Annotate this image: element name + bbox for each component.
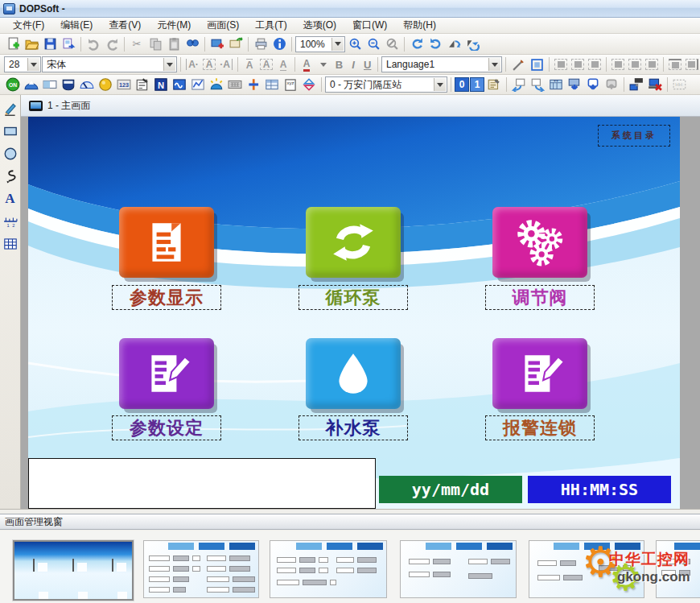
align-top-icon[interactable] xyxy=(610,56,626,72)
time-display[interactable]: HH:MM:SS xyxy=(528,476,671,503)
title-bar[interactable]: DOPSoft - xyxy=(0,0,700,18)
font-color-icon[interactable]: A xyxy=(299,56,315,72)
recipe-table-icon[interactable] xyxy=(263,76,281,93)
pc-connect-icon[interactable] xyxy=(628,76,645,93)
new-icon[interactable] xyxy=(4,35,22,53)
cut-icon[interactable]: ✂ xyxy=(128,35,146,53)
system-menu-button[interactable]: 系统目录 xyxy=(598,125,670,147)
numeric-display-icon[interactable]: 123 xyxy=(115,76,133,93)
text-list-icon[interactable]: xyz xyxy=(282,76,299,93)
zoom-out-icon[interactable] xyxy=(364,35,382,53)
export-image-icon[interactable] xyxy=(60,35,77,53)
import-screen-icon[interactable] xyxy=(227,35,245,53)
state-1-button[interactable]: 1 xyxy=(470,77,484,92)
dropdown-arrow-icon[interactable] xyxy=(434,78,446,91)
save-icon[interactable] xyxy=(41,35,59,53)
open-icon[interactable] xyxy=(23,35,40,53)
underline-icon[interactable]: U xyxy=(360,59,374,71)
frame-icon[interactable] xyxy=(528,56,546,73)
set-value-icon[interactable] xyxy=(41,76,59,93)
trend-graph-icon[interactable] xyxy=(171,76,188,93)
align-text-bottom-icon[interactable]: A xyxy=(275,56,291,72)
thumbnail-strip[interactable] xyxy=(0,531,700,603)
menu-element[interactable]: 元件(M) xyxy=(149,17,199,34)
align-text-left-icon[interactable]: A· xyxy=(184,56,200,72)
pc-disconnect-icon[interactable] xyxy=(646,76,664,93)
align-text-top-icon[interactable]: A xyxy=(241,56,257,72)
button-tile-alarm-interlock[interactable] xyxy=(492,338,587,409)
momentary-button-icon[interactable] xyxy=(23,76,40,93)
keypad-icon[interactable] xyxy=(226,76,244,93)
xy-curve-icon[interactable] xyxy=(189,76,207,93)
menu-tools[interactable]: 工具(T) xyxy=(247,17,294,34)
button-tile-param-display[interactable] xyxy=(119,207,214,278)
alarm-icon[interactable] xyxy=(208,76,225,93)
dropdown-arrow-icon[interactable] xyxy=(163,58,175,71)
align-center-h-icon[interactable] xyxy=(570,56,586,72)
download-all-icon[interactable] xyxy=(584,76,602,93)
screen-setup-icon[interactable]: ++ xyxy=(547,76,565,93)
hmi-label-alarm-interlock[interactable]: 报警连锁 xyxy=(485,415,595,440)
flip-horizontal-icon[interactable] xyxy=(445,35,463,53)
screen-thumbnail-4[interactable] xyxy=(400,540,517,598)
zoom-combobox[interactable]: 100% xyxy=(295,36,345,52)
indicator-lamp-icon[interactable] xyxy=(97,76,114,93)
button-tile-circulation-pump[interactable] xyxy=(306,207,401,278)
station-combobox[interactable]: 0 - 万安门隔压站 xyxy=(325,76,447,93)
pencil-icon[interactable] xyxy=(2,100,19,118)
blank-display-rect[interactable] xyxy=(28,458,376,509)
screen-thumbnail-6[interactable] xyxy=(656,540,700,598)
print-icon[interactable] xyxy=(252,35,270,53)
align-text-middle-icon[interactable]: A xyxy=(258,56,274,72)
button-tile-control-valve[interactable] xyxy=(492,207,587,278)
make-same-size-icon[interactable] xyxy=(667,56,683,72)
screen-thumbnail-2[interactable] xyxy=(143,540,259,598)
bold-icon[interactable]: B xyxy=(332,59,346,71)
menu-help[interactable]: 帮助(H) xyxy=(395,17,444,34)
editor-canvas[interactable]: 1 - 主画面 xyxy=(21,95,700,509)
hmi-label-control-valve[interactable]: 调节阀 xyxy=(485,285,595,310)
align-left-icon[interactable] xyxy=(553,56,569,72)
hmi-label-param-setting[interactable]: 参数设定 xyxy=(112,415,221,440)
prev-screen-icon[interactable] xyxy=(510,76,528,93)
menu-edit[interactable]: 编辑(E) xyxy=(52,17,101,34)
hmi-screen[interactable]: 系统目录 参数显示 循环泵 调节阀 xyxy=(28,117,680,509)
screen-thumbnail-main[interactable] xyxy=(13,540,134,601)
menu-screen[interactable]: 画面(S) xyxy=(199,17,247,34)
about-icon[interactable] xyxy=(270,35,288,53)
align-text-center-icon[interactable]: A xyxy=(201,56,217,72)
align-middle-icon[interactable] xyxy=(627,56,643,72)
tank-display-icon[interactable] xyxy=(60,76,77,93)
add-screen-icon[interactable] xyxy=(208,35,226,53)
hmi-label-circulation-pump[interactable]: 循环泵 xyxy=(299,285,408,310)
meter-icon[interactable] xyxy=(78,76,96,93)
button-tile-makeup-pump[interactable] xyxy=(306,338,401,409)
paste-icon[interactable] xyxy=(165,35,183,53)
find-icon[interactable] xyxy=(183,35,201,53)
menu-options[interactable]: 选项(O) xyxy=(295,17,344,34)
character-display-icon[interactable] xyxy=(134,76,151,93)
dropdown-arrow-icon[interactable] xyxy=(331,38,344,51)
date-display[interactable]: yy/mm/dd xyxy=(379,476,522,503)
next-screen-icon[interactable] xyxy=(529,76,546,93)
font-size-combobox[interactable]: 28 xyxy=(4,56,41,72)
zoom-reset-icon[interactable] xyxy=(383,35,401,53)
download-screen-icon[interactable] xyxy=(566,76,583,93)
align-bottom-icon[interactable] xyxy=(644,56,660,72)
text-icon[interactable]: A xyxy=(2,190,19,208)
font-name-combobox[interactable]: 宋体 xyxy=(42,56,177,72)
stamp-icon[interactable] xyxy=(485,76,503,93)
button-tile-param-setting[interactable] xyxy=(119,338,214,409)
slider-icon[interactable] xyxy=(245,76,262,93)
screen-thumbnail-3[interactable] xyxy=(270,540,387,598)
history-buffer-icon[interactable]: HH: xyxy=(671,76,689,93)
scale-icon[interactable]: 12 xyxy=(2,213,19,230)
draw-line-icon[interactable] xyxy=(509,56,527,73)
font-color-dropdown-arrow-icon[interactable] xyxy=(315,56,331,72)
flip-vertical-icon[interactable] xyxy=(463,35,481,53)
screen-tab[interactable]: 1 - 主画面 xyxy=(21,95,700,117)
curve-icon[interactable] xyxy=(2,167,19,185)
dropdown-arrow-icon[interactable] xyxy=(27,58,39,71)
menu-view[interactable]: 查看(V) xyxy=(101,17,149,34)
redo-icon[interactable] xyxy=(103,35,121,53)
